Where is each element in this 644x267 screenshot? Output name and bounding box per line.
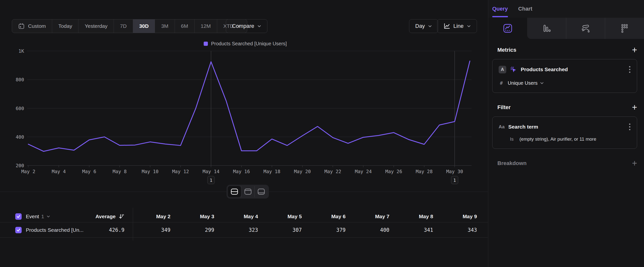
line-chart[interactable]: 1K800600400200May 2May 4May 6May 8May 10…: [0, 35, 488, 192]
metrics-heading: Metrics: [498, 47, 516, 53]
table-row[interactable]: Products Searched [Un... 426.9 349299323…: [0, 222, 488, 238]
filter-operator: Is: [510, 136, 514, 142]
select-all-checkbox[interactable]: [15, 213, 22, 220]
filter-menu-button[interactable]: [629, 123, 631, 131]
date-column-header[interactable]: May 4: [220, 213, 264, 219]
date-column-header[interactable]: May 5: [264, 213, 308, 219]
line-chart-icon: [443, 23, 450, 30]
x-axis-label: May 12: [172, 169, 189, 174]
table-header-row: Event 1 Average May 2May 3May 4May 5May …: [0, 211, 488, 222]
x-axis-label: May 26: [385, 169, 402, 174]
check-icon: [16, 215, 20, 218]
series-checkbox[interactable]: [15, 227, 22, 233]
date-column-header[interactable]: May 3: [176, 213, 220, 219]
check-icon: [16, 228, 20, 232]
filter-condition[interactable]: Is (empty string), Air purifier, or 11 m…: [498, 136, 631, 142]
y-axis-label: 1K: [18, 48, 24, 54]
date-column-header[interactable]: May 7: [352, 213, 396, 219]
date-range-6m[interactable]: 6M: [175, 20, 194, 33]
value-cell: 349: [133, 227, 176, 233]
filter-value: (empty string), Air purifier, or 11 more: [520, 136, 596, 142]
split-view-button[interactable]: [228, 186, 241, 197]
y-axis-label: 600: [16, 106, 24, 111]
data-table: Event 1 Average May 2May 3May 4May 5May …: [0, 211, 488, 238]
compare-button[interactable]: Compare: [226, 19, 268, 33]
add-metric-button[interactable]: +: [632, 46, 637, 54]
x-axis-label: May 8: [113, 169, 127, 174]
chart-type-flows-tab[interactable]: [566, 18, 605, 39]
value-cell: 343: [439, 227, 483, 233]
chart-type-bar-tab[interactable]: [527, 18, 566, 39]
chart-only-view-button[interactable]: [241, 186, 254, 197]
chevron-down-icon: [467, 24, 471, 28]
add-breakdown-button[interactable]: +: [632, 160, 637, 167]
chart-type-insights-tab[interactable]: [488, 18, 527, 39]
value-cell: 379: [308, 227, 352, 233]
x-axis-label: May 20: [294, 169, 311, 174]
annotation-count: 1: [453, 178, 456, 183]
aggregation-selector[interactable]: # Unique Users: [498, 80, 631, 86]
add-filter-button[interactable]: +: [632, 104, 637, 111]
chevron-down-icon: [540, 81, 544, 85]
event-header-cell: Event 1 Average: [0, 211, 133, 222]
x-axis-label: May 24: [355, 169, 372, 174]
date-column-header[interactable]: May 8: [396, 213, 439, 219]
event-count: 1: [41, 213, 44, 219]
date-range-custom[interactable]: Custom: [12, 20, 52, 33]
x-axis-label: May 2: [21, 169, 35, 174]
date-column-header[interactable]: May 9: [439, 213, 483, 219]
string-property-icon: Aa: [498, 124, 504, 130]
x-axis-label: May 28: [416, 169, 433, 174]
tab-query[interactable]: Query: [492, 6, 508, 12]
metrics-heading-row: Metrics +: [492, 46, 637, 54]
y-axis-label: 200: [16, 163, 24, 168]
table-only-view-button[interactable]: [254, 186, 268, 197]
date-column-header[interactable]: May 2: [133, 213, 176, 219]
insights-line-icon: [503, 24, 513, 33]
sort-descending-icon[interactable]: [118, 213, 124, 220]
filter-card[interactable]: Aa Search term Is (empty string), Air pu…: [492, 117, 637, 149]
date-range-12m[interactable]: 12M: [194, 20, 217, 33]
hash-icon: #: [500, 80, 503, 86]
flows-icon: [581, 24, 590, 33]
metric-card[interactable]: A Products Searched # Unique Users: [492, 59, 637, 93]
x-axis-label: May 6: [82, 169, 96, 174]
breakdown-heading: Breakdown: [498, 160, 527, 166]
calendar-icon: [18, 23, 24, 29]
aggregation-label: Unique Users: [508, 80, 538, 86]
metric-event-name: Products Searched: [521, 67, 568, 72]
metric-menu-button[interactable]: [629, 66, 631, 73]
value-cell: 400: [352, 227, 396, 233]
x-axis-label: May 22: [324, 169, 342, 174]
layout-toggle: [226, 185, 269, 198]
metric-letter-badge: A: [498, 66, 506, 73]
chart-style-dropdown[interactable]: Line: [437, 19, 477, 33]
date-column-header[interactable]: May 6: [308, 213, 352, 219]
tab-chart[interactable]: Chart: [518, 6, 532, 12]
granularity-dropdown[interactable]: Day: [409, 19, 438, 33]
kebab-menu-icon: [629, 123, 631, 131]
date-range-7d[interactable]: 7D: [114, 20, 133, 33]
date-range-30d[interactable]: 30D: [133, 20, 155, 33]
chevron-down-icon[interactable]: [46, 214, 50, 218]
date-header-cells: May 2May 3May 4May 5May 6May 7May 8May 9: [133, 213, 483, 219]
chevron-down-icon: [257, 24, 261, 28]
series-line[interactable]: [28, 61, 470, 151]
date-range-yesterday[interactable]: Yesterday: [78, 20, 114, 33]
split-view-icon: [231, 188, 238, 195]
query-builder-panel: Query Chart Metrics: [488, 0, 644, 267]
row-value-cells: 349299323307379400341343: [133, 227, 483, 233]
kebab-menu-icon: [629, 66, 631, 73]
chart-only-view-icon: [244, 188, 252, 195]
date-range-today[interactable]: Today: [52, 20, 78, 33]
compare-label: Compare: [232, 23, 254, 29]
date-range-selector[interactable]: CustomTodayYesterday7D30D3M6M12MXTD: [12, 19, 247, 33]
query-sections: Metrics + A Products Searched # Unique U: [488, 39, 644, 167]
x-axis-label: May 30: [446, 169, 463, 174]
filter-property-name: Search term: [508, 124, 538, 130]
active-tab-underline: [492, 16, 508, 17]
chart-type-tab-group: [527, 18, 644, 39]
date-range-3m[interactable]: 3M: [155, 20, 175, 33]
chart-type-retention-tab[interactable]: [605, 18, 644, 39]
y-axis-label: 400: [16, 134, 24, 140]
